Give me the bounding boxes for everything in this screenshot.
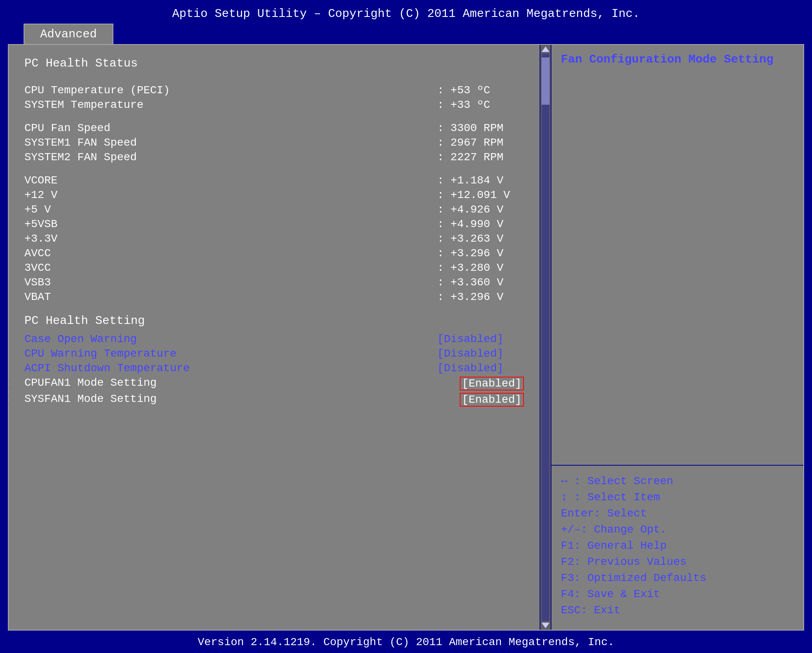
scrollbar-track[interactable] [542,54,549,621]
footer-text: Version 2.14.1219. Copyright (C) 2011 Am… [198,636,614,648]
cpu-temp-value: : +53 ºC [437,84,524,96]
section-pc-health-setting: PC Health Setting [24,314,524,327]
system-temp-label: SYSTEM Temperature [24,99,143,111]
cpufan1-mode-row[interactable]: CPUFAN1 Mode Setting [Enabled] [24,377,524,390]
cpu-fan-row: CPU Fan Speed : 3300 RPM [24,122,524,134]
shortcut-select-item: ↕ : Select Item [561,491,794,503]
sys2-fan-value: : 2227 RPM [437,151,524,163]
cpu-temp-label: CPU Temperature (PECI) [24,84,170,96]
12v-row: +12 V : +12.091 V [24,189,524,201]
5v-row: +5 V : +4.926 V [24,203,524,216]
avcc-row: AVCC : +3.296 V [24,247,524,259]
sysfan1-arrow [9,392,9,408]
5vsb-row: +5VSB : +4.990 V [24,218,524,230]
header-title: Aptio Setup Utility – Copyright (C) 2011… [172,7,640,20]
3vcc-row: 3VCC : +3.280 V [24,262,524,274]
shortcut-esc: ESC: Exit [561,604,794,616]
vsb3-row: VSB3 : +3.360 V [24,276,524,289]
cpu-fan-value: : 3300 RPM [437,122,524,134]
shortcut-change-opt: +/–: Change Opt. [561,524,794,536]
vbat-row: VBAT : +3.296 V [24,291,524,303]
scrollbar[interactable] [540,45,551,630]
cpufan1-value: [Enabled] [460,377,524,390]
cpu-warning-temp-row[interactable]: CPU Warning Temperature [Disabled] [24,348,524,360]
shortcut-f3: F3: Optimized Defaults [561,572,794,584]
sys2-fan-row: SYSTEM2 FAN Speed : 2227 RPM [24,151,524,163]
vcore-row: VCORE : +1.184 V [24,174,524,187]
system-temp-row: SYSTEM Temperature : +33 ºC [24,99,524,111]
scrollbar-thumb[interactable] [542,57,549,105]
cpu-fan-label: CPU Fan Speed [24,122,110,134]
cpufan1-arrow [9,376,9,392]
cpu-temp-row: CPU Temperature (PECI) : +53 ºC [24,84,524,96]
acpi-shutdown-row[interactable]: ACPI Shutdown Temperature [Disabled] [24,362,524,374]
section-pc-health-status: PC Health Status [24,57,524,70]
sys1-fan-row: SYSTEM1 FAN Speed : 2967 RPM [24,137,524,149]
sysfan1-mode-row[interactable]: SYSFAN1 Mode Setting [Enabled] [24,393,524,407]
shortcut-f1: F1: General Help [561,540,794,552]
shortcut-f4: F4: Save & Exit [561,588,794,600]
sysfan1-value: [Enabled] [460,393,524,407]
help-title: Fan Configuration Mode Setting [561,53,773,66]
3v3-row: +3.3V : +3.263 V [24,233,524,245]
shortcut-enter: Enter: Select [561,507,794,520]
shortcut-select-screen: ↔ : Select Screen [561,475,794,487]
shortcut-f2: F2: Previous Values [561,556,794,568]
scroll-down-arrow[interactable] [542,623,549,628]
system-temp-value: : +33 ºC [437,99,524,111]
sys1-fan-value: : 2967 RPM [437,137,524,149]
advanced-tab[interactable]: Advanced [24,24,113,44]
scroll-up-arrow[interactable] [542,46,549,52]
sys1-fan-label: SYSTEM1 FAN Speed [24,137,137,149]
sys2-fan-label: SYSTEM2 FAN Speed [24,151,137,163]
case-open-row[interactable]: Case Open Warning [Disabled] [24,333,524,345]
shortcuts-panel: ↔ : Select Screen ↕ : Select Item Enter:… [551,466,803,630]
